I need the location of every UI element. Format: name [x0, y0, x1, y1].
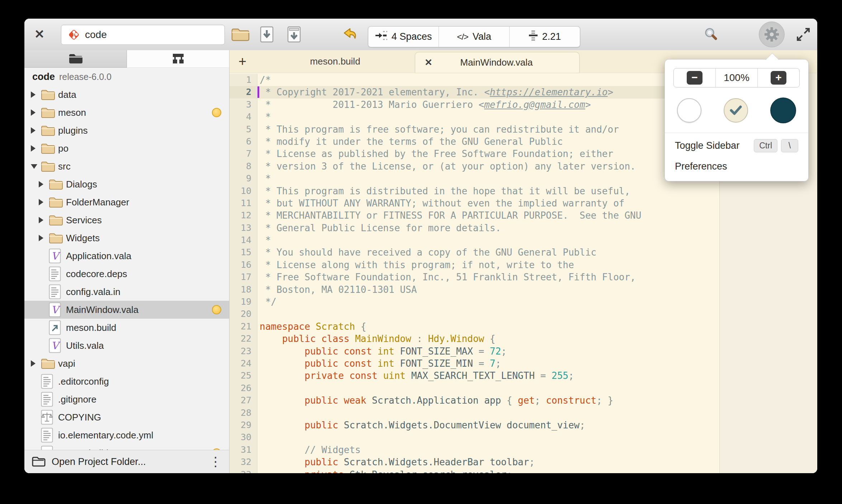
code-line[interactable]: 3 * 2011-2013 Mario Guerriero <mefrio.g@… — [230, 99, 719, 111]
code-line[interactable]: 25 private const uint MAX_SEARCH_TEXT_LE… — [230, 370, 719, 382]
tree-item-label: FolderManager — [66, 197, 129, 208]
tree-row--gitignore[interactable]: .gitignore — [24, 390, 229, 408]
disclosure-triangle-icon[interactable] — [31, 164, 41, 169]
code-line[interactable]: 24 public const int FONT_SIZE_MIN = 7; — [230, 357, 719, 370]
tree-row-meson-build[interactable]: meson.build — [24, 319, 229, 337]
folder-icon — [49, 214, 65, 226]
code-line[interactable]: 27 public weak Scratch.Application app {… — [230, 394, 719, 406]
disclosure-triangle-icon[interactable] — [31, 360, 41, 367]
new-tab-button[interactable]: + — [230, 50, 255, 73]
tree-row-dialogs[interactable]: Dialogs — [24, 175, 229, 193]
tree-row-application-vala[interactable]: VApplication.vala — [24, 247, 229, 265]
code-line[interactable]: 1/* — [230, 74, 719, 86]
disclosure-triangle-icon[interactable] — [39, 199, 49, 205]
code-line[interactable]: 29 public Scratch.Widgets.DocumentView d… — [230, 419, 719, 431]
disclosure-triangle-icon[interactable] — [39, 235, 49, 241]
tree-row--editorconfig[interactable]: .editorconfig — [24, 372, 229, 390]
tree-row-widgets[interactable]: Widgets — [24, 229, 229, 247]
tree-row-meson[interactable]: meson — [24, 104, 229, 122]
open-file-button[interactable] — [230, 26, 250, 43]
save-as-button[interactable] — [284, 26, 304, 43]
tree-row-plugins[interactable]: plugins — [24, 122, 229, 139]
tree-row-config-vala-in[interactable]: config.vala.in — [24, 283, 229, 301]
line-text: * — [257, 234, 719, 246]
editor-tab-meson-build[interactable]: meson.build — [255, 50, 415, 73]
project-title-field[interactable]: code — [61, 25, 225, 45]
code-line[interactable]: 15 * You should have received a copy of … — [230, 246, 719, 258]
code-line[interactable]: 8 * version 3 of the License, or (at you… — [230, 160, 719, 172]
tree-row-src[interactable]: src — [24, 157, 229, 175]
sidebar-menu-button[interactable]: ⋮ — [209, 455, 222, 468]
code-line[interactable]: 18 * Boston, MA 02110-1301 USA — [230, 284, 719, 296]
window-close-button[interactable]: ✕ — [32, 26, 47, 42]
code-line[interactable]: 11 * but WITHOUT ANY WARRANTY; without e… — [230, 197, 719, 209]
tree-row-copying[interactable]: COPYING — [24, 408, 229, 426]
preferences-menu-item[interactable]: Preferences — [665, 156, 808, 177]
code-line[interactable]: 5 * This program is free software; you c… — [230, 123, 719, 135]
code-line[interactable]: 9 * — [230, 172, 719, 185]
disclosure-triangle-icon[interactable] — [39, 217, 49, 223]
zoom-in-button[interactable]: + — [758, 68, 799, 87]
code-line[interactable]: 32 public Scratch.Widgets.HeaderBar tool… — [230, 456, 719, 468]
light-style-button[interactable] — [677, 98, 701, 123]
tree-row-codecore-deps[interactable]: codecore.deps — [24, 265, 229, 283]
indent-width-button[interactable]: 4 Spaces — [368, 27, 439, 47]
code-line[interactable]: 6 * modify it under the terms of the GNU… — [230, 135, 719, 148]
code-line[interactable]: 33 private Gtk.Revealer search_revealer; — [230, 469, 719, 474]
code-line[interactable]: 10 * This program is distributed in the … — [230, 185, 719, 197]
code-line[interactable]: 12 * MERCHANTABILITY or FITNESS FOR A PA… — [230, 209, 719, 222]
code-line[interactable]: 17 * Free Software Foundation, Inc., 51 … — [230, 271, 719, 283]
zoom-level[interactable]: 100% — [716, 68, 758, 87]
tree-row-mainwindow-vala[interactable]: VMainWindow.vala — [24, 301, 229, 319]
code-line[interactable]: 13 * General Public License for more det… — [230, 222, 719, 234]
tree-row-services[interactable]: Services — [24, 211, 229, 229]
code-line[interactable]: 4 * — [230, 111, 719, 123]
code-line[interactable]: 2 * Copyright 2017-2021 elementary, Inc.… — [230, 86, 719, 98]
project-root-row[interactable]: code release-6.0.0 — [24, 68, 229, 86]
dark-style-button[interactable] — [770, 98, 796, 123]
tree-row-po[interactable]: po — [24, 139, 229, 157]
goto-line-button[interactable]: 2.21 — [510, 27, 580, 47]
code-line[interactable]: 23 public const int FONT_SIZE_MAX = 72; — [230, 345, 719, 357]
code-line[interactable]: 31 // Widgets — [230, 444, 719, 456]
code-line[interactable]: 21namespace Scratch { — [230, 320, 719, 333]
disclosure-triangle-icon[interactable] — [39, 181, 49, 187]
disclosure-triangle-icon[interactable] — [31, 109, 41, 116]
tree-row-foldermanager[interactable]: FolderManager — [24, 193, 229, 211]
code-line[interactable]: 7 * License as published by the Free Sof… — [230, 148, 719, 160]
settings-button[interactable] — [759, 22, 785, 47]
folder-icon — [41, 107, 55, 118]
open-project-folder-button[interactable]: Open Project Folder... — [52, 456, 146, 467]
code-line[interactable]: 16 * License along with this program; if… — [230, 259, 719, 271]
code-line[interactable]: 26 — [230, 382, 719, 394]
sepia-style-button[interactable] — [724, 98, 748, 123]
editor-tab-mainwindow-vala[interactable]: ✕MainWindow.vala — [415, 52, 580, 73]
code-line[interactable]: 30 — [230, 431, 719, 443]
goto-line-icon — [529, 30, 538, 44]
tree-row-data[interactable]: data — [24, 86, 229, 104]
preferences-label: Preferences — [675, 161, 727, 172]
code-line[interactable]: 20 — [230, 308, 719, 320]
language-button[interactable]: </> Vala — [439, 27, 510, 47]
line-text — [257, 308, 719, 320]
code-line[interactable]: 14 * — [230, 234, 719, 246]
code-line[interactable]: 19 */ — [230, 296, 719, 308]
tree-row-io-elementary-code-yml[interactable]: io.elementary.code.yml — [24, 426, 229, 444]
undo-button[interactable] — [340, 26, 360, 43]
search-button[interactable] — [701, 26, 721, 43]
tree-row-meson-build[interactable]: meson.build — [24, 444, 229, 450]
tab-close-button[interactable]: ✕ — [425, 57, 432, 68]
disclosure-triangle-icon[interactable] — [31, 145, 41, 152]
zoom-out-button[interactable]: − — [674, 68, 716, 87]
open-files-tab[interactable] — [24, 50, 127, 68]
tree-row-vapi[interactable]: vapi — [24, 355, 229, 372]
code-line[interactable]: 28 — [230, 407, 719, 419]
disclosure-triangle-icon[interactable] — [31, 127, 41, 134]
disclosure-triangle-icon[interactable] — [31, 91, 41, 98]
save-button[interactable] — [257, 26, 277, 43]
project-tree-tab[interactable] — [127, 50, 229, 68]
code-line[interactable]: 22 public class MainWindow : Hdy.Window … — [230, 333, 719, 345]
fullscreen-button[interactable] — [793, 26, 813, 43]
toggle-sidebar-menu-item[interactable]: Toggle Sidebar Ctrl \ — [665, 135, 808, 156]
tree-row-utils-vala[interactable]: VUtils.vala — [24, 337, 229, 355]
